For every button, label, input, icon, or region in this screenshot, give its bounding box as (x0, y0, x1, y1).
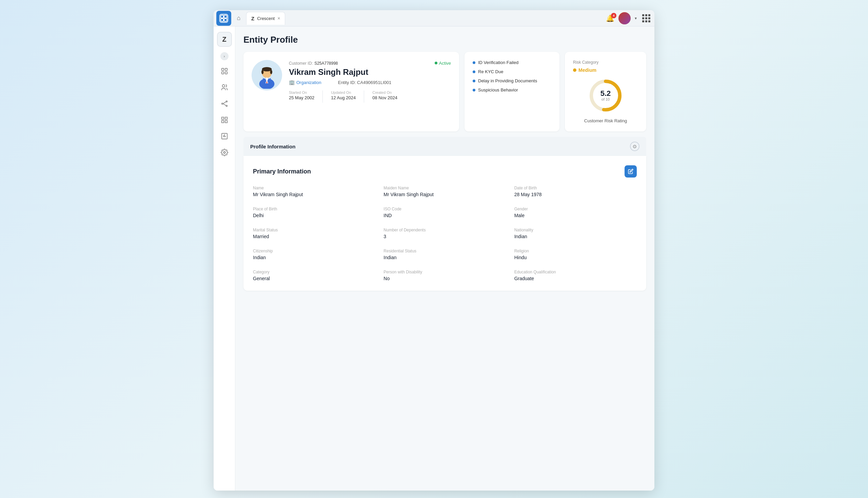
updated-on: Updated On 12 Aug 2024 (331, 90, 356, 103)
svg-point-29 (261, 70, 264, 74)
info-field: Residential StatusIndian (383, 249, 506, 260)
active-dot (435, 62, 437, 64)
notification-badge: 4 (611, 13, 616, 18)
entity-id: Entity ID: CA4906951LI001 (338, 80, 392, 85)
info-field-value: Graduate (514, 276, 637, 281)
info-field-value: General (253, 276, 375, 281)
info-field: ISO CodeIND (383, 207, 506, 218)
sidebar-item-settings[interactable] (218, 146, 231, 159)
svg-point-11 (226, 105, 227, 107)
svg-point-30 (270, 70, 272, 74)
status-badge: Active (435, 61, 451, 66)
risk-tag-dot (473, 61, 475, 64)
notification-button[interactable]: 🔔 4 (606, 14, 614, 22)
sidebar-item-users[interactable] (218, 81, 231, 94)
svg-rect-15 (225, 117, 227, 119)
profile-tags: 🏢 Organization Entity ID: CA4906951LI001 (289, 80, 451, 85)
sidebar-item-connections[interactable] (218, 97, 231, 110)
info-field: NationalityIndian (514, 228, 637, 239)
risk-rating-card: Risk Category Medium 5.2 (565, 52, 646, 131)
info-field-value: IND (383, 213, 506, 218)
organization-tag[interactable]: 🏢 Organization (289, 80, 321, 85)
info-field: GenderMale (514, 207, 637, 218)
donut-center: 5.2 of 10 (600, 90, 611, 101)
info-field-label: Religion (514, 249, 637, 253)
risk-tag-item: ID Verification Failed (473, 60, 551, 65)
svg-rect-2 (221, 18, 224, 21)
info-field: Date of Birth28 May 1978 (514, 186, 637, 197)
info-field-value: 3 (383, 234, 506, 239)
info-field: Place of BirthDelhi (253, 207, 375, 218)
risk-tag-dot (473, 70, 475, 73)
edit-button[interactable] (625, 165, 637, 178)
svg-point-22 (224, 152, 226, 154)
started-on-value: 25 May 2002 (289, 95, 314, 100)
risk-level-dot (573, 68, 576, 72)
tab-close-button[interactable]: × (277, 16, 280, 21)
section-toggle-button[interactable]: ⊙ (630, 142, 639, 151)
info-field-value: 28 May 1978 (514, 192, 637, 197)
section-content: Primary Information NameMr Vikram Singh … (243, 156, 646, 291)
sidebar-brand: Z (217, 32, 232, 47)
created-on-label: Created On (372, 90, 397, 94)
profile-avatar (252, 60, 282, 90)
status-label: Active (439, 61, 451, 66)
svg-rect-5 (225, 68, 227, 70)
profile-dates: Started On 25 May 2002 Updated On 12 Aug… (289, 90, 451, 103)
info-field-label: Nationality (514, 228, 637, 232)
risk-tag-dot (473, 80, 475, 82)
section-header: Profile Information ⊙ (243, 137, 646, 156)
apps-grid-button[interactable] (641, 13, 652, 24)
risk-tag-label: Re KYC Due (478, 69, 503, 74)
tab-label: Crescent (257, 16, 275, 21)
info-field-label: Marital Status (253, 228, 375, 232)
svg-rect-3 (224, 18, 227, 21)
risk-tags-card: ID Verification FailedRe KYC DueDelay in… (464, 52, 560, 131)
info-field-value: Mr Vikram Singh Rajput (253, 192, 375, 197)
started-on: Started On 25 May 2002 (289, 90, 314, 103)
info-field: Person with DisabilityNo (383, 270, 506, 281)
customer-id-label: Customer ID: (289, 61, 313, 66)
customer-id-value: S25A778998 (314, 61, 338, 66)
created-on-value: 08 Nov 2024 (372, 95, 397, 100)
sidebar: Z › (214, 26, 235, 490)
risk-category-label: Risk Category (573, 60, 598, 65)
svg-rect-17 (225, 121, 227, 123)
info-field-value: Mr Vikram Singh Rajput (383, 192, 506, 197)
sidebar-item-reports[interactable] (218, 129, 231, 143)
risk-tag-item: Re KYC Due (473, 69, 551, 74)
svg-point-10 (226, 101, 227, 102)
info-field-value: Hindu (514, 255, 637, 260)
svg-line-12 (223, 102, 226, 104)
sidebar-toggle-button[interactable]: › (220, 52, 229, 60)
info-field: Marital StatusMarried (253, 228, 375, 239)
info-field-label: ISO Code (383, 207, 506, 211)
org-label: Organization (296, 80, 321, 85)
risk-donut-chart: 5.2 of 10 (587, 77, 624, 114)
svg-rect-16 (221, 121, 224, 123)
svg-rect-14 (221, 117, 224, 119)
user-menu-chevron[interactable]: ▾ (635, 16, 637, 21)
info-field-value: Indian (514, 234, 637, 239)
building-icon: 🏢 (289, 80, 295, 85)
user-avatar[interactable] (618, 12, 631, 24)
updated-on-value: 12 Aug 2024 (331, 95, 356, 100)
crescent-tab[interactable]: Z Crescent × (246, 12, 285, 25)
svg-rect-7 (225, 72, 227, 74)
info-field-value: Male (514, 213, 637, 218)
risk-tag-item: Delay in Providing Documents (473, 78, 551, 83)
svg-point-8 (222, 85, 225, 87)
svg-line-13 (223, 104, 226, 106)
info-field-label: Date of Birth (514, 186, 637, 191)
risk-tag-label: Delay in Providing Documents (478, 78, 537, 83)
info-field: ReligionHindu (514, 249, 637, 260)
home-tab[interactable]: ⌂ (233, 12, 245, 24)
info-field: CitizenshipIndian (253, 249, 375, 260)
svg-rect-4 (221, 68, 224, 70)
svg-point-9 (221, 103, 223, 104)
app-logo (216, 11, 231, 26)
sidebar-item-documents[interactable] (218, 64, 231, 78)
updated-on-label: Updated On (331, 90, 356, 94)
info-field-value: No (383, 276, 506, 281)
sidebar-item-grid[interactable] (218, 113, 231, 127)
